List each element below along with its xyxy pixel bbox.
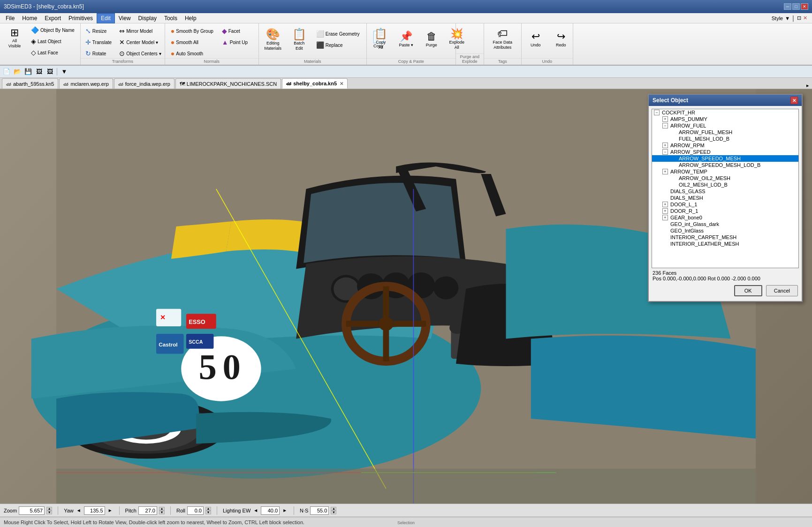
tree-item[interactable]: GEO_IntGlass bbox=[652, 227, 798, 234]
dialog-close-button[interactable]: ✕ bbox=[790, 97, 798, 104]
dialog-titlebar[interactable]: Select Object ✕ bbox=[649, 95, 802, 106]
roll-up-button[interactable]: ▲ bbox=[205, 507, 211, 511]
all-visible-button[interactable]: ⊞ AllVisible bbox=[3, 25, 26, 51]
tab-mclaren[interactable]: 🏎 mclaren.wep.erp bbox=[59, 78, 113, 89]
qa-save-button[interactable]: 💾 bbox=[23, 67, 33, 76]
tree-item[interactable]: GEO_int_Glass_dark bbox=[652, 221, 798, 227]
replace-button[interactable]: ⬛ Replace bbox=[313, 40, 363, 50]
zoom-up-button[interactable]: ▲ bbox=[46, 507, 52, 511]
menu-tools[interactable]: Tools bbox=[160, 13, 181, 23]
qa-arrow-down-button[interactable]: ▼ bbox=[60, 67, 69, 76]
ns-input[interactable] bbox=[310, 506, 329, 515]
tree-item[interactable]: +DOOR_L_1 bbox=[652, 201, 798, 208]
purge-button[interactable]: 🗑 Purge bbox=[419, 24, 444, 54]
menu-view[interactable]: View bbox=[115, 13, 135, 23]
center-model-button[interactable]: ✕ Center Model ▾ bbox=[116, 37, 164, 47]
qa-new-button[interactable]: 📄 bbox=[2, 67, 11, 76]
menu-help[interactable]: Help bbox=[181, 13, 200, 23]
resize-button[interactable]: ⤡ Resize bbox=[83, 26, 114, 36]
facet-button[interactable]: ◆ Facet bbox=[219, 26, 250, 36]
face-data-attributes-button[interactable]: 🏷 Face DataAttributes bbox=[486, 24, 518, 54]
batch-edit-button[interactable]: 📋 BatchEdit bbox=[287, 25, 311, 55]
dialog-cancel-button[interactable]: Cancel bbox=[766, 285, 798, 296]
tab-abarth[interactable]: 🏎 abarth_595ss.kn5 bbox=[2, 78, 58, 89]
yaw-input[interactable] bbox=[84, 506, 105, 515]
qa-folder-button[interactable]: 🖼 bbox=[34, 67, 44, 76]
win-restore-icon[interactable]: ⊡ bbox=[797, 15, 801, 21]
undo-button[interactable]: ↩ Undo bbox=[524, 24, 548, 54]
menu-export[interactable]: Export bbox=[41, 13, 65, 23]
tab-limerockpark[interactable]: 🗺 LIMEROCKPARK_NOCHICANES.SCN bbox=[175, 78, 281, 89]
pitch-up-button[interactable]: ▲ bbox=[159, 507, 165, 511]
tree-item[interactable]: INTERIOR_CARPET_MESH bbox=[652, 234, 798, 241]
object-tree[interactable]: −COCKPIT_HR+AMPS_DUMMY−ARROW_FUELARROW_F… bbox=[652, 109, 799, 268]
zoom-down-button[interactable]: ▼ bbox=[46, 511, 52, 514]
tree-item[interactable]: DIALS_MESH bbox=[652, 195, 798, 201]
tree-item[interactable]: +ARROW_TEMP bbox=[652, 168, 798, 175]
point-up-button[interactable]: ▲ Point Up bbox=[219, 37, 250, 47]
translate-button[interactable]: ✛ Translate bbox=[83, 37, 114, 47]
paste-button[interactable]: 📌 Paste ▾ bbox=[394, 24, 418, 54]
menu-home[interactable]: Home bbox=[18, 13, 41, 23]
tab-close-shelby[interactable]: ✕ bbox=[340, 81, 343, 86]
object-by-name-button[interactable]: 🔷 Object By Name bbox=[28, 25, 77, 35]
tree-item[interactable]: −COCKPIT_HR bbox=[652, 109, 798, 116]
last-face-button[interactable]: ◇ Last Face bbox=[28, 47, 77, 58]
ns-down-button[interactable]: ▼ bbox=[331, 511, 336, 514]
redo-button[interactable]: ↪ Redo bbox=[549, 24, 573, 54]
maximize-button[interactable]: □ bbox=[792, 3, 800, 10]
menu-display[interactable]: Display bbox=[135, 13, 160, 23]
roll-down-button[interactable]: ▼ bbox=[205, 511, 211, 514]
tree-item[interactable]: ARROW_OIL2_MESH bbox=[652, 175, 798, 181]
editing-materials-button[interactable]: 🎨 EditingMaterials bbox=[261, 25, 285, 55]
smooth-by-group-button[interactable]: ● Smooth By Group bbox=[168, 26, 216, 36]
lighting-input[interactable] bbox=[261, 506, 280, 515]
qa-render-button[interactable]: 🖼 bbox=[45, 67, 54, 76]
close-button[interactable]: ✕ bbox=[801, 3, 808, 10]
rotate-button[interactable]: ↻ Rotate bbox=[83, 48, 114, 59]
mirror-model-button[interactable]: ⇔ Mirror Model bbox=[116, 26, 164, 36]
tree-item[interactable]: +GEAR_bone0 bbox=[652, 214, 798, 221]
menu-file[interactable]: File bbox=[2, 13, 18, 23]
smooth-all-button[interactable]: ● Smooth All bbox=[168, 37, 216, 47]
tree-item[interactable]: −ARROW_SPEED bbox=[652, 149, 798, 155]
ns-up-button[interactable]: ▲ bbox=[331, 507, 336, 511]
tree-item[interactable]: OIL2_MESH_LOD_B bbox=[652, 181, 798, 188]
tree-item[interactable]: +AMPS_DUMMY bbox=[652, 116, 798, 122]
minimize-button[interactable]: ─ bbox=[784, 3, 791, 10]
tree-item[interactable]: FUEL_MESH_LOD_B bbox=[652, 136, 798, 142]
pitch-input[interactable] bbox=[138, 506, 157, 515]
zoom-input[interactable] bbox=[19, 506, 45, 515]
yaw-left-arrow[interactable]: ◄ bbox=[76, 508, 82, 513]
lighting-left-arrow[interactable]: ◄ bbox=[252, 508, 259, 513]
tab-force-india[interactable]: 🏎 force_india.wep.erp bbox=[114, 78, 175, 89]
menu-edit[interactable]: Edit bbox=[97, 13, 115, 23]
dialog-ok-button[interactable]: OK bbox=[734, 285, 762, 296]
yaw-right-arrow[interactable]: ► bbox=[107, 508, 114, 513]
tree-item[interactable]: +DOOR_R_1 bbox=[652, 208, 798, 214]
auto-smooth-button[interactable]: ● Auto Smooth bbox=[168, 48, 216, 59]
roll-input[interactable] bbox=[187, 506, 204, 515]
erase-geometry-button[interactable]: ⬜ Erase Geometry bbox=[313, 29, 363, 39]
tree-item[interactable]: −ARROW_FUEL bbox=[652, 122, 798, 129]
tree-item[interactable]: INTERIOR_LEATHER_MESH bbox=[652, 241, 798, 247]
tree-item[interactable]: +ARROW_RPM bbox=[652, 142, 798, 149]
object-centers-button[interactable]: ⊙ Object Centers ▾ bbox=[116, 48, 164, 59]
select-object-dialog: Select Object ✕ −COCKPIT_HR+AMPS_DUMMY−A… bbox=[648, 94, 803, 302]
tree-item[interactable]: ARROW_SPEEDO_MESH_LOD_B bbox=[652, 162, 798, 168]
viewport-3d[interactable]: GOOD YEAR 5 0 Castrol ✕ E bbox=[0, 89, 812, 504]
tree-item[interactable]: ARROW_FUEL_MESH bbox=[652, 129, 798, 136]
tree-item[interactable]: ARROW_SPEEDO_MESH bbox=[652, 155, 798, 162]
menu-primitives[interactable]: Primitives bbox=[65, 13, 97, 23]
style-button[interactable]: Style ▼ │ ⊡ ✕ bbox=[769, 14, 810, 22]
copy-all-btn2[interactable]: 📋 CopyAll bbox=[369, 24, 393, 54]
pitch-down-button[interactable]: ▼ bbox=[159, 511, 165, 514]
svg-text:0: 0 bbox=[223, 347, 241, 387]
qa-open-button[interactable]: 📂 bbox=[13, 67, 22, 76]
tab-shelby[interactable]: 🏎 shelby_cobra.kn5 ✕ bbox=[282, 78, 348, 89]
last-object-button[interactable]: ◈ Last Object bbox=[28, 36, 77, 46]
win-close-menu-icon[interactable]: ✕ bbox=[803, 15, 807, 21]
tabs-overflow-button[interactable]: ▸ bbox=[804, 83, 812, 89]
tree-item[interactable]: DIALS_GLASS bbox=[652, 188, 798, 195]
lighting-right-arrow[interactable]: ► bbox=[281, 508, 288, 513]
